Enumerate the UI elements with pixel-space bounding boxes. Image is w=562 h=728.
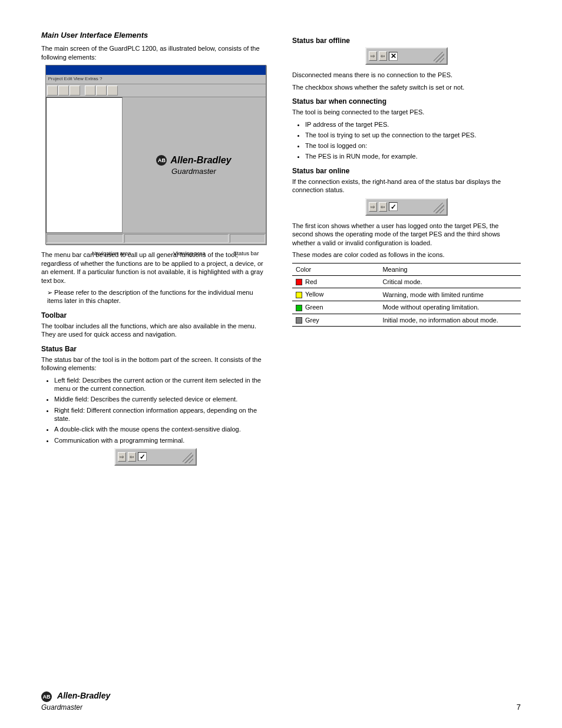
app-window: Project Edit View Extras ? AB	[45, 65, 266, 245]
statusbar-intro: The status bar of the tool is in the bot…	[41, 355, 270, 373]
cell-meaning: Mode without operating limitation.	[379, 301, 521, 314]
statusbar-heading: Status Bar	[41, 345, 270, 353]
toolbar-button[interactable]	[47, 85, 58, 95]
color-name: Yellow	[305, 291, 323, 298]
conn-item-trying: The tool is trying to set up the connect…	[305, 131, 521, 139]
plug-in-icon: ⇨	[369, 202, 377, 212]
color-name: Green	[305, 304, 323, 311]
window-body: AB Allen-Bradley Guardmaster	[46, 97, 266, 233]
ab-logo-icon: AB	[156, 155, 167, 166]
arrow-list-item: Please refer to the description of the f…	[47, 288, 270, 305]
sb-item-right: Right field: Different connection inform…	[54, 406, 270, 423]
footer-sub-brand: Guardmaster	[41, 703, 110, 711]
window-status-bar	[46, 233, 266, 243]
connecting-heading: Status bar when connecting	[292, 97, 521, 106]
resize-grip-icon[interactable]	[399, 50, 444, 62]
brand-text: Allen-Bradley	[170, 155, 231, 166]
arrow-list: Please refer to the description of the f…	[47, 288, 270, 305]
page-number: 7	[517, 703, 521, 711]
navigation-area[interactable]	[46, 97, 123, 233]
toolbar-button[interactable]	[85, 85, 95, 95]
status-widget-left: ⇨ ⇦ ✓	[114, 448, 197, 466]
th-color: Color	[292, 263, 379, 275]
online-p1: If the connection exists, the right-hand…	[292, 177, 521, 195]
table-row: Yellow Warning, mode with limited runtim…	[292, 288, 521, 301]
table-header-row: Color Meaning	[292, 263, 521, 275]
main-heading: Main User Interface Elements	[41, 31, 270, 39]
offline-p2: The checkbox shows whether the safety sw…	[292, 83, 521, 92]
toolbar-button[interactable]	[96, 85, 107, 95]
window-toolbar	[46, 84, 266, 97]
swatch-red-icon	[296, 279, 302, 285]
table-row: Green Mode without operating limitation.	[292, 301, 521, 314]
status-widget-offline: ⇨ ⇦ ✕	[365, 47, 448, 65]
toolbar-note: The toolbar includes all the functions, …	[41, 322, 270, 339]
online-p3: These modes are color coded as follows i…	[292, 251, 521, 259]
sb-item-comm: Communication with a programming termina…	[54, 436, 270, 444]
safety-checkbox[interactable]: ✓	[138, 452, 147, 461]
cell-meaning: Warning, mode with limited runtime	[379, 288, 521, 301]
offline-p1: Disconnected means there is no connectio…	[292, 71, 521, 80]
plug-out-icon: ⇦	[379, 202, 387, 212]
cell-color: Green	[292, 301, 379, 314]
sb-item-left: Left field: Describes the current action…	[54, 376, 270, 393]
conn-item-logged: The tool is logged on:	[305, 141, 521, 150]
page-footer: AB Allen-Bradley Guardmaster 7	[41, 691, 521, 711]
offline-heading: Status bar offline	[292, 37, 521, 45]
window-title-bar	[46, 65, 266, 75]
label-nav-area: Navigation area	[92, 250, 131, 256]
connecting-p1: The tool is being connected to the targe…	[292, 108, 521, 117]
table-row: Grey Initial mode, no information about …	[292, 314, 521, 327]
plug-out-icon: ⇦	[128, 452, 136, 462]
plug-in-icon: ⇨	[118, 452, 126, 462]
footer-brand: Allen-Bradley	[57, 691, 110, 700]
toolbar-button[interactable]	[107, 85, 118, 95]
cell-color: Yellow	[292, 288, 379, 301]
plug-out-icon: ⇦	[379, 51, 387, 61]
toolbar-button[interactable]	[70, 85, 80, 95]
online-p2: The first icon shows whether a user has …	[292, 222, 521, 248]
connecting-list: IP address of the target PES. The tool i…	[305, 120, 521, 161]
ab-logo-icon: AB	[41, 691, 52, 702]
label-status-bar: Status bar	[233, 250, 259, 256]
resize-grip-icon[interactable]	[399, 200, 444, 213]
sb-item-mid: Middle field: Describes the currently se…	[54, 395, 270, 403]
status-mid	[124, 234, 229, 243]
cell-meaning: Critical mode.	[379, 275, 521, 288]
status-right	[230, 234, 265, 243]
online-heading: Status bar online	[292, 167, 521, 175]
cell-color: Grey	[292, 314, 379, 327]
swatch-grey-icon	[296, 317, 302, 324]
sb-item-dclick: A double-click with the mouse opens the …	[54, 425, 270, 433]
color-name: Red	[305, 278, 317, 285]
swatch-green-icon	[296, 305, 302, 311]
swatch-yellow-icon	[296, 292, 302, 298]
resize-grip-icon[interactable]	[148, 450, 193, 463]
status-left	[47, 234, 123, 243]
th-meaning: Meaning	[379, 263, 521, 275]
intro-paragraph: The main screen of the GuardPLC 1200, as…	[41, 44, 270, 61]
plug-in-icon: ⇨	[369, 51, 377, 61]
statusbar-list: Left field: Describes the current action…	[54, 376, 270, 444]
conn-item-ip: IP address of the target PES.	[305, 120, 521, 129]
toolbar-heading: Toolbar	[41, 311, 270, 319]
conn-item-run: The PES is in RUN mode, for example.	[305, 152, 521, 160]
label-view-area: Viewing area	[173, 250, 206, 256]
page-columns: Main User Interface Elements The main sc…	[41, 31, 521, 466]
sub-brand-text: Guardmaster	[171, 167, 216, 176]
cell-meaning: Initial mode, no information about mode.	[379, 314, 521, 327]
safety-checkbox-off[interactable]: ✕	[389, 52, 398, 61]
table-row: Red Critical mode.	[292, 275, 521, 288]
left-column: Main User Interface Elements The main sc…	[41, 31, 270, 466]
toolbar-button[interactable]	[58, 85, 69, 95]
footer-logo-block: AB Allen-Bradley Guardmaster	[41, 691, 110, 711]
color-name: Grey	[305, 317, 319, 324]
right-column: Status bar offline ⇨ ⇦ ✕ Disconnected me…	[292, 31, 521, 466]
status-widget-online: ⇨ ⇦ ✓	[365, 198, 448, 216]
window-menu-bar[interactable]: Project Edit View Extras ?	[46, 75, 266, 84]
safety-checkbox-on[interactable]: ✓	[389, 202, 398, 211]
color-code-table: Color Meaning Red Critical mode. Yellow …	[292, 263, 521, 327]
viewing-area: AB Allen-Bradley Guardmaster	[123, 97, 266, 233]
cell-color: Red	[292, 275, 379, 288]
